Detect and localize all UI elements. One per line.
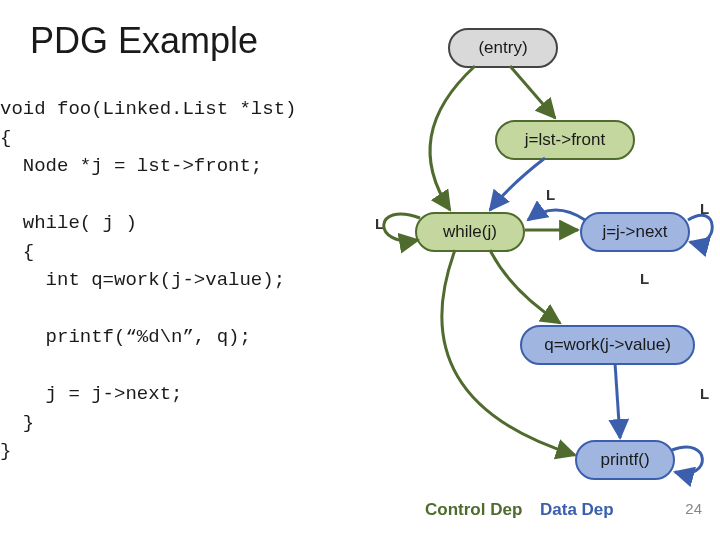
- edge-label-L2: L: [375, 215, 384, 232]
- edge-label-L1: L: [546, 186, 555, 203]
- legend-data-dep: Data Dep: [540, 500, 614, 520]
- edge-label-L5: L: [700, 385, 709, 402]
- node-jnext: j=j->next: [580, 212, 690, 252]
- edge-label-L3: L: [700, 200, 709, 217]
- page-title: PDG Example: [30, 20, 258, 62]
- node-entry: (entry): [448, 28, 558, 68]
- node-printf: printf(): [575, 440, 675, 480]
- legend-control-dep: Control Dep: [425, 500, 522, 520]
- node-qwork: q=work(j->value): [520, 325, 695, 365]
- node-whilej: while(j): [415, 212, 525, 252]
- page-number: 24: [685, 500, 702, 517]
- node-jfront: j=lst->front: [495, 120, 635, 160]
- code-listing: void foo(Linked.List *lst) { Node *j = l…: [0, 95, 296, 466]
- edge-label-L4: L: [640, 270, 649, 287]
